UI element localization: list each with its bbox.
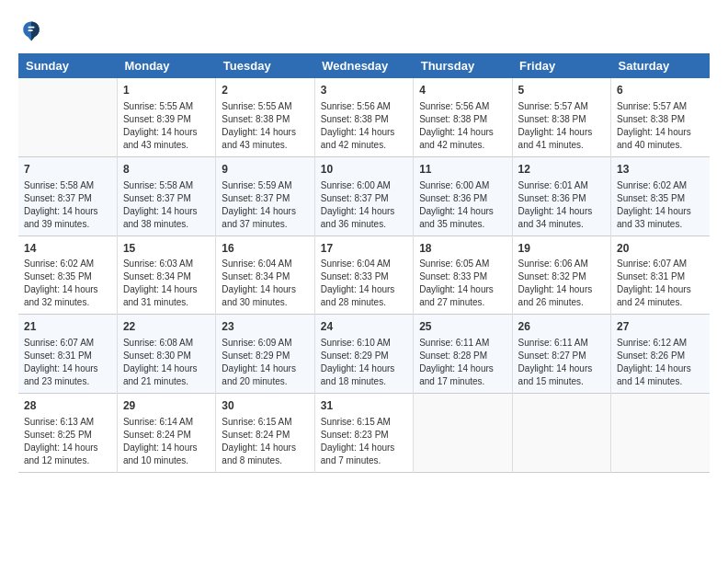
day-info: Sunrise: 5:55 AM Sunset: 8:39 PM Dayligh…	[123, 100, 210, 152]
calendar-cell	[414, 394, 512, 473]
calendar-cell: 23Sunrise: 6:09 AM Sunset: 8:29 PM Dayli…	[216, 315, 314, 394]
calendar-cell: 13Sunrise: 6:02 AM Sunset: 8:35 PM Dayli…	[611, 156, 710, 236]
calendar-table: SundayMondayTuesdayWednesdayThursdayFrid…	[18, 53, 710, 473]
week-row-5: 28Sunrise: 6:13 AM Sunset: 8:25 PM Dayli…	[18, 394, 710, 473]
day-number: 9	[222, 162, 308, 178]
day-info: Sunrise: 5:59 AM Sunset: 8:37 PM Dayligh…	[222, 179, 308, 231]
day-info: Sunrise: 6:08 AM Sunset: 8:30 PM Dayligh…	[123, 337, 210, 388]
calendar-cell: 19Sunrise: 6:06 AM Sunset: 8:32 PM Dayli…	[512, 236, 610, 315]
weekday-header-row: SundayMondayTuesdayWednesdayThursdayFrid…	[18, 53, 710, 78]
day-number: 10	[321, 162, 407, 178]
day-info: Sunrise: 6:01 AM Sunset: 8:36 PM Dayligh…	[518, 179, 605, 231]
day-info: Sunrise: 6:12 AM Sunset: 8:26 PM Dayligh…	[617, 337, 704, 388]
calendar-cell: 29Sunrise: 6:14 AM Sunset: 8:24 PM Dayli…	[117, 394, 215, 473]
weekday-header-saturday: Saturday	[611, 53, 710, 78]
calendar-cell: 4Sunrise: 5:56 AM Sunset: 8:38 PM Daylig…	[414, 78, 512, 156]
week-row-3: 14Sunrise: 6:02 AM Sunset: 8:35 PM Dayli…	[18, 236, 710, 315]
day-number: 27	[617, 319, 704, 335]
calendar-cell: 5Sunrise: 5:57 AM Sunset: 8:38 PM Daylig…	[512, 78, 610, 156]
calendar-cell: 15Sunrise: 6:03 AM Sunset: 8:34 PM Dayli…	[117, 236, 215, 315]
calendar-cell: 31Sunrise: 6:15 AM Sunset: 8:23 PM Dayli…	[314, 394, 413, 473]
calendar-cell: 26Sunrise: 6:11 AM Sunset: 8:27 PM Dayli…	[512, 315, 610, 394]
svg-rect-0	[28, 27, 35, 29]
day-info: Sunrise: 6:04 AM Sunset: 8:33 PM Dayligh…	[321, 258, 407, 309]
day-info: Sunrise: 6:15 AM Sunset: 8:23 PM Dayligh…	[321, 416, 407, 467]
weekday-header-wednesday: Wednesday	[314, 53, 413, 78]
day-info: Sunrise: 6:07 AM Sunset: 8:31 PM Dayligh…	[24, 337, 111, 388]
week-row-2: 7Sunrise: 5:58 AM Sunset: 8:37 PM Daylig…	[18, 156, 710, 236]
day-number: 11	[419, 162, 506, 178]
day-number: 30	[222, 398, 308, 414]
day-info: Sunrise: 6:10 AM Sunset: 8:29 PM Dayligh…	[321, 337, 407, 388]
day-info: Sunrise: 6:11 AM Sunset: 8:28 PM Dayligh…	[419, 337, 506, 388]
calendar-cell: 30Sunrise: 6:15 AM Sunset: 8:24 PM Dayli…	[216, 394, 314, 473]
day-number: 2	[222, 83, 308, 98]
day-info: Sunrise: 5:57 AM Sunset: 8:38 PM Dayligh…	[617, 100, 704, 152]
calendar-cell: 14Sunrise: 6:02 AM Sunset: 8:35 PM Dayli…	[18, 236, 117, 315]
weekday-header-sunday: Sunday	[18, 53, 117, 78]
page-header	[18, 18, 710, 44]
calendar-cell	[18, 78, 117, 156]
calendar-cell: 17Sunrise: 6:04 AM Sunset: 8:33 PM Dayli…	[314, 236, 413, 315]
day-number: 28	[24, 398, 111, 414]
day-number: 8	[123, 162, 210, 178]
calendar-cell: 25Sunrise: 6:11 AM Sunset: 8:28 PM Dayli…	[414, 315, 512, 394]
calendar-cell: 12Sunrise: 6:01 AM Sunset: 8:36 PM Dayli…	[512, 156, 610, 236]
day-info: Sunrise: 6:03 AM Sunset: 8:34 PM Dayligh…	[123, 258, 210, 309]
day-number: 31	[321, 398, 407, 414]
day-number: 1	[123, 83, 210, 98]
day-info: Sunrise: 6:15 AM Sunset: 8:24 PM Dayligh…	[222, 416, 308, 467]
calendar-cell: 11Sunrise: 6:00 AM Sunset: 8:36 PM Dayli…	[414, 156, 512, 236]
calendar-cell: 3Sunrise: 5:56 AM Sunset: 8:38 PM Daylig…	[314, 78, 413, 156]
day-number: 25	[419, 319, 506, 335]
calendar-cell: 8Sunrise: 5:58 AM Sunset: 8:37 PM Daylig…	[117, 156, 215, 236]
day-number: 3	[321, 83, 407, 98]
day-number: 21	[24, 319, 111, 335]
day-number: 26	[518, 319, 605, 335]
day-number: 6	[617, 83, 704, 98]
day-number: 17	[321, 241, 407, 257]
day-info: Sunrise: 5:58 AM Sunset: 8:37 PM Dayligh…	[123, 179, 210, 231]
day-info: Sunrise: 6:04 AM Sunset: 8:34 PM Dayligh…	[222, 258, 308, 309]
calendar-cell: 20Sunrise: 6:07 AM Sunset: 8:31 PM Dayli…	[611, 236, 710, 315]
weekday-header-thursday: Thursday	[414, 53, 512, 78]
day-number: 5	[518, 83, 605, 98]
day-info: Sunrise: 6:02 AM Sunset: 8:35 PM Dayligh…	[617, 179, 704, 231]
week-row-4: 21Sunrise: 6:07 AM Sunset: 8:31 PM Dayli…	[18, 315, 710, 394]
day-number: 16	[222, 241, 308, 257]
day-number: 22	[123, 319, 210, 335]
day-info: Sunrise: 6:09 AM Sunset: 8:29 PM Dayligh…	[222, 337, 308, 388]
calendar-cell: 1Sunrise: 5:55 AM Sunset: 8:39 PM Daylig…	[117, 78, 215, 156]
week-row-1: 1Sunrise: 5:55 AM Sunset: 8:39 PM Daylig…	[18, 78, 710, 156]
day-info: Sunrise: 5:56 AM Sunset: 8:38 PM Dayligh…	[321, 100, 407, 152]
day-number: 19	[518, 241, 605, 257]
day-info: Sunrise: 6:02 AM Sunset: 8:35 PM Dayligh…	[24, 258, 111, 309]
weekday-header-friday: Friday	[512, 53, 610, 78]
weekday-header-tuesday: Tuesday	[216, 53, 314, 78]
day-number: 13	[617, 162, 704, 178]
day-number: 15	[123, 241, 210, 257]
calendar-cell: 28Sunrise: 6:13 AM Sunset: 8:25 PM Dayli…	[18, 394, 117, 473]
weekday-header-monday: Monday	[117, 53, 215, 78]
day-info: Sunrise: 6:05 AM Sunset: 8:33 PM Dayligh…	[419, 258, 506, 309]
day-info: Sunrise: 6:00 AM Sunset: 8:36 PM Dayligh…	[419, 179, 506, 231]
day-info: Sunrise: 6:00 AM Sunset: 8:37 PM Dayligh…	[321, 179, 407, 231]
day-info: Sunrise: 6:11 AM Sunset: 8:27 PM Dayligh…	[518, 337, 605, 388]
calendar-cell: 10Sunrise: 6:00 AM Sunset: 8:37 PM Dayli…	[314, 156, 413, 236]
day-info: Sunrise: 6:13 AM Sunset: 8:25 PM Dayligh…	[24, 416, 111, 467]
day-number: 12	[518, 162, 605, 178]
logo	[18, 18, 48, 44]
calendar-cell: 2Sunrise: 5:55 AM Sunset: 8:38 PM Daylig…	[216, 78, 314, 156]
calendar-cell	[512, 394, 610, 473]
calendar-cell: 24Sunrise: 6:10 AM Sunset: 8:29 PM Dayli…	[314, 315, 413, 394]
day-number: 23	[222, 319, 308, 335]
day-info: Sunrise: 5:56 AM Sunset: 8:38 PM Dayligh…	[419, 100, 506, 152]
day-info: Sunrise: 5:57 AM Sunset: 8:38 PM Dayligh…	[518, 100, 605, 152]
day-number: 29	[123, 398, 210, 414]
day-number: 18	[419, 241, 506, 257]
day-info: Sunrise: 6:06 AM Sunset: 8:32 PM Dayligh…	[518, 258, 605, 309]
day-info: Sunrise: 6:14 AM Sunset: 8:24 PM Dayligh…	[123, 416, 210, 467]
day-number: 14	[24, 241, 111, 257]
calendar-cell	[611, 394, 710, 473]
calendar-cell: 21Sunrise: 6:07 AM Sunset: 8:31 PM Dayli…	[18, 315, 117, 394]
